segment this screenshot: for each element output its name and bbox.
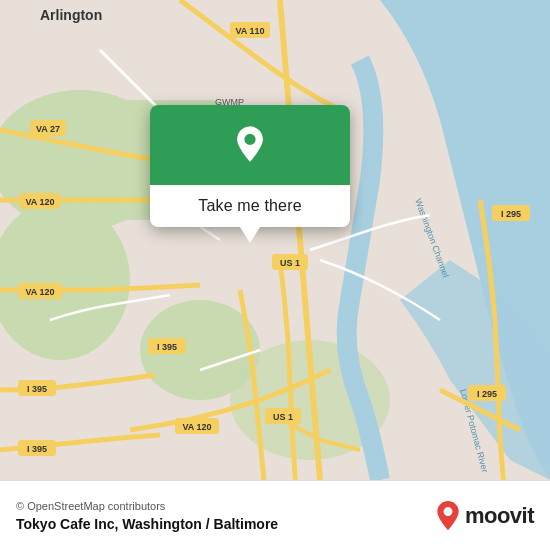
svg-text:I 295: I 295 (477, 389, 497, 399)
location-popup: Take me there (150, 105, 350, 227)
bottom-bar: © OpenStreetMap contributors Tokyo Cafe … (0, 480, 550, 550)
svg-point-39 (244, 134, 255, 145)
osm-credit: © OpenStreetMap contributors (16, 500, 435, 512)
popup-action-area[interactable]: Take me there (150, 185, 350, 227)
map-background: Washington Channel Lower Potomac River (0, 0, 550, 480)
svg-text:VA 27: VA 27 (36, 124, 60, 134)
svg-text:US 1: US 1 (273, 412, 293, 422)
place-info: © OpenStreetMap contributors Tokyo Cafe … (16, 500, 435, 532)
svg-text:VA 110: VA 110 (235, 26, 264, 36)
svg-text:I 295: I 295 (501, 209, 521, 219)
location-pin-icon (230, 125, 270, 165)
svg-text:VA 120: VA 120 (182, 422, 211, 432)
moovit-pin-icon (435, 500, 461, 532)
svg-point-40 (443, 507, 452, 516)
take-me-there-button[interactable]: Take me there (198, 197, 301, 215)
svg-text:VA 120: VA 120 (25, 287, 54, 297)
place-name: Tokyo Cafe Inc, Washington / Baltimore (16, 516, 435, 532)
popup-header (150, 105, 350, 185)
svg-text:VA 120: VA 120 (25, 197, 54, 207)
svg-text:Arlington: Arlington (40, 7, 102, 23)
svg-text:I 395: I 395 (27, 384, 47, 394)
svg-text:I 395: I 395 (157, 342, 177, 352)
moovit-brand-name: moovit (465, 503, 534, 529)
moovit-logo: moovit (435, 500, 534, 532)
map-view: Washington Channel Lower Potomac River (0, 0, 550, 480)
svg-text:US 1: US 1 (280, 258, 300, 268)
svg-text:I 395: I 395 (27, 444, 47, 454)
